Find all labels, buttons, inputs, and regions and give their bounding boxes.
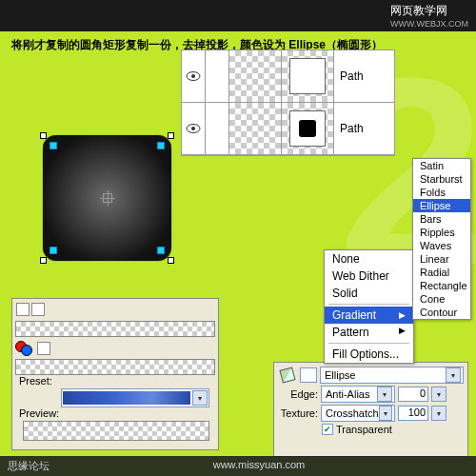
texture-label: Texture: (278, 407, 318, 419)
layer-row[interactable]: Path (182, 103, 394, 155)
gradient-shape-menu: SatinStarburstFoldsEllipseBarsRipplesWav… (412, 158, 471, 320)
menu-item-pattern[interactable]: Pattern▶ (325, 324, 413, 341)
preview-box (23, 421, 209, 441)
paint-bucket-icon[interactable] (278, 367, 297, 384)
canvas-shape[interactable] (43, 135, 171, 261)
transparent-checkbox[interactable]: ✔ (322, 424, 333, 435)
layer-spacer (206, 50, 229, 102)
corner-radius-handle[interactable] (157, 247, 165, 254)
texture-select[interactable]: Crosshatch▾ (321, 405, 395, 422)
layer-name[interactable]: Path (334, 103, 394, 154)
preview-label: Preview: (15, 407, 215, 419)
color-panel: Preset: ▾ Preview: (11, 298, 219, 450)
menu-item-contour[interactable]: Contour (413, 306, 470, 319)
panel-tab[interactable] (31, 303, 45, 316)
layers-panel: Path Path (181, 50, 395, 156)
menu-item-solid[interactable]: Solid (325, 285, 413, 302)
eye-icon[interactable] (186, 68, 201, 85)
preset-label: Preset: (15, 375, 215, 387)
menu-item-rectangle[interactable]: Rectangle (413, 279, 470, 292)
menu-item-radial[interactable]: Radial (413, 266, 470, 279)
corner-radius-handle[interactable] (50, 247, 57, 254)
submenu-arrow-icon: ▶ (399, 326, 406, 339)
menu-item-linear[interactable]: Linear (413, 252, 470, 266)
center-handle[interactable] (103, 193, 112, 203)
menu-item-ellipse[interactable]: Ellipse (413, 199, 470, 212)
layer-mask[interactable] (282, 50, 334, 102)
resize-handle[interactable] (168, 257, 174, 264)
layer-name[interactable]: Path (334, 50, 394, 102)
texture-amount-input[interactable]: 100 (398, 406, 428, 421)
corner-radius-handle[interactable] (50, 142, 57, 149)
menu-item-webdither[interactable]: Web Dither (325, 268, 413, 285)
fill-type-menu: None Web Dither Solid Gradient▶ Pattern▶… (324, 249, 414, 364)
svg-point-3 (191, 127, 195, 130)
transparent-label: Transparent (336, 424, 392, 435)
layer-mask[interactable] (282, 103, 334, 154)
footer-bar: 思缘论坛 www.missyuan.com (0, 456, 476, 476)
menu-item-filloptions[interactable]: Fill Options... (325, 346, 413, 363)
layer-thumbnail[interactable] (229, 103, 282, 154)
corner-radius-handle[interactable] (157, 142, 165, 149)
menu-item-cone[interactable]: Cone (413, 292, 470, 306)
edge-label: Edge: (278, 388, 318, 400)
chevron-down-icon[interactable]: ▾ (431, 406, 446, 421)
swatch-strip[interactable] (15, 321, 215, 337)
menu-item-satin[interactable]: Satin (413, 159, 470, 172)
resize-handle[interactable] (168, 132, 174, 139)
panel-tab[interactable] (16, 303, 30, 316)
gradient-preview (63, 391, 190, 405)
menu-item-starburst[interactable]: Starburst (413, 172, 470, 186)
menu-item-gradient[interactable]: Gradient▶ (325, 307, 413, 324)
resize-handle[interactable] (40, 257, 47, 264)
submenu-arrow-icon: ▶ (399, 310, 406, 320)
svg-point-1 (191, 74, 195, 78)
resize-handle[interactable] (40, 132, 47, 139)
eye-icon[interactable] (186, 120, 201, 137)
chevron-down-icon[interactable]: ▾ (431, 387, 446, 402)
panel-tab[interactable] (37, 342, 50, 355)
color-overlap-icon[interactable] (15, 341, 34, 356)
menu-item-waves[interactable]: Waves (413, 239, 470, 252)
menu-item-ripples[interactable]: Ripples (413, 226, 470, 239)
preset-select[interactable]: ▾ (61, 388, 209, 407)
chevron-down-icon[interactable]: ▾ (377, 387, 392, 402)
menu-separator (328, 304, 409, 305)
fill-swatch[interactable] (300, 367, 317, 383)
menu-separator (328, 343, 409, 344)
edge-amount-input[interactable]: 0 (398, 387, 428, 402)
chevron-down-icon[interactable]: ▾ (446, 367, 461, 383)
layer-thumbnail[interactable] (229, 50, 282, 102)
edge-select[interactable]: Anti-Alias▾ (321, 386, 395, 403)
footer-left: 思缘论坛 (8, 459, 50, 473)
layer-row[interactable]: Path (182, 50, 394, 103)
chevron-down-icon[interactable]: ▾ (192, 390, 208, 406)
layer-spacer (206, 103, 229, 154)
properties-panel: Ellipse▾ Edge: Anti-Alias▾ 0 ▾ Texture: … (273, 362, 468, 457)
swatch-strip[interactable] (15, 359, 215, 375)
menu-item-bars[interactable]: Bars (413, 212, 470, 226)
fill-category-select[interactable]: Ellipse▾ (320, 367, 464, 384)
chevron-down-icon[interactable]: ▾ (379, 406, 392, 421)
menu-item-folds[interactable]: Folds (413, 186, 470, 199)
footer-center: www.missyuan.com (213, 459, 306, 473)
menu-item-none[interactable]: None (325, 250, 413, 268)
